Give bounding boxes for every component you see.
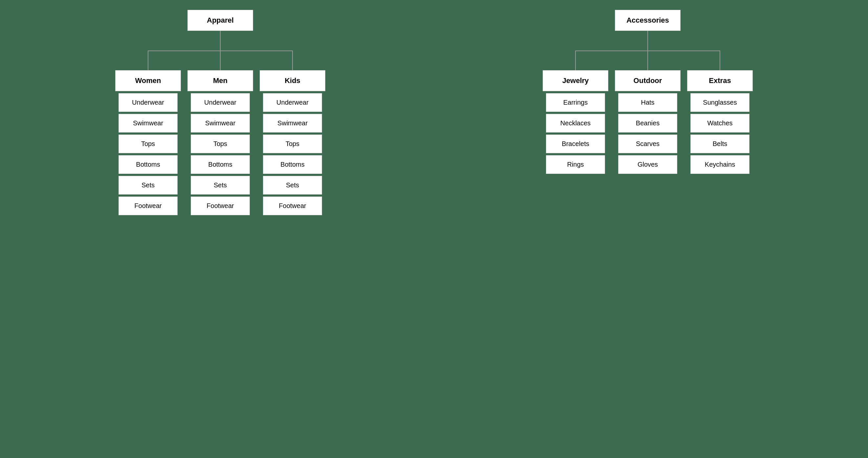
root-node: Accessories — [615, 10, 681, 31]
sub-items: SunglassesWatchesBeltsKeychains — [690, 93, 749, 174]
leaf-node-tops: Tops — [119, 134, 178, 153]
leaf-node-swimwear: Swimwear — [191, 114, 250, 133]
child-node-extras: Extras — [687, 70, 753, 91]
leaf-node-bottoms: Bottoms — [191, 155, 250, 174]
leaf-node-footwear: Footwear — [119, 197, 178, 215]
children-row: WomenUnderwearSwimwearTopsBottomsSetsFoo… — [112, 51, 329, 215]
leaf-node-underwear: Underwear — [119, 93, 178, 112]
connector-vertical — [647, 31, 648, 51]
leaf-node-bottoms: Bottoms — [119, 155, 178, 174]
child-node-kids: Kids — [260, 70, 326, 91]
connector-vertical — [220, 31, 221, 51]
leaf-node-sets: Sets — [119, 176, 178, 195]
branch-connector — [575, 51, 576, 70]
leaf-node-bottoms: Bottoms — [263, 155, 322, 174]
leaf-node-underwear: Underwear — [263, 93, 322, 112]
branch-connector — [148, 51, 148, 70]
tree-accessories: AccessoriesJewelryEarringsNecklacesBrace… — [539, 10, 756, 174]
leaf-node-hats: Hats — [618, 93, 677, 112]
children-wrapper: JewelryEarringsNecklacesBraceletsRingsOu… — [539, 51, 756, 174]
branch-connector — [292, 51, 293, 70]
leaf-node-gloves: Gloves — [618, 155, 677, 174]
tree-apparel: ApparelWomenUnderwearSwimwearTopsBottoms… — [112, 10, 329, 215]
leaf-node-earrings: Earrings — [546, 93, 605, 112]
child-node-women: Women — [115, 70, 181, 91]
leaf-node-tops: Tops — [191, 134, 250, 153]
leaf-node-sets: Sets — [263, 176, 322, 195]
leaf-node-footwear: Footwear — [263, 197, 322, 215]
leaf-node-sunglasses: Sunglasses — [690, 93, 749, 112]
sub-items: UnderwearSwimwearTopsBottomsSetsFootwear — [191, 93, 250, 215]
branch-outdoor: OutdoorHatsBeaniesScarvesGloves — [615, 51, 681, 174]
horizontal-connector — [576, 51, 720, 51]
branch-connector — [220, 51, 221, 70]
branch-women: WomenUnderwearSwimwearTopsBottomsSetsFoo… — [115, 51, 181, 215]
children-row: JewelryEarringsNecklacesBraceletsRingsOu… — [539, 51, 756, 174]
sub-items: UnderwearSwimwearTopsBottomsSetsFootwear — [263, 93, 322, 215]
sub-items: UnderwearSwimwearTopsBottomsSetsFootwear — [119, 93, 178, 215]
leaf-node-necklaces: Necklaces — [546, 114, 605, 133]
sub-items: HatsBeaniesScarvesGloves — [618, 93, 677, 174]
leaf-node-underwear: Underwear — [191, 93, 250, 112]
diagram: ApparelWomenUnderwearSwimwearTopsBottoms… — [6, 6, 862, 219]
branch-connector — [720, 51, 720, 70]
leaf-node-beanies: Beanies — [618, 114, 677, 133]
leaf-node-belts: Belts — [690, 134, 749, 153]
leaf-node-sets: Sets — [191, 176, 250, 195]
branch-men: MenUnderwearSwimwearTopsBottomsSetsFootw… — [187, 51, 253, 215]
leaf-node-swimwear: Swimwear — [263, 114, 322, 133]
leaf-node-footwear: Footwear — [191, 197, 250, 215]
child-node-men: Men — [187, 70, 253, 91]
child-node-jewelry: Jewelry — [542, 70, 608, 91]
leaf-node-rings: Rings — [546, 155, 605, 174]
horizontal-connector — [148, 51, 292, 51]
branch-jewelry: JewelryEarringsNecklacesBraceletsRings — [542, 51, 608, 174]
leaf-node-tops: Tops — [263, 134, 322, 153]
leaf-node-scarves: Scarves — [618, 134, 677, 153]
leaf-node-watches: Watches — [690, 114, 749, 133]
child-node-outdoor: Outdoor — [615, 70, 681, 91]
leaf-node-bracelets: Bracelets — [546, 134, 605, 153]
children-wrapper: WomenUnderwearSwimwearTopsBottomsSetsFoo… — [112, 51, 329, 215]
sub-items: EarringsNecklacesBraceletsRings — [546, 93, 605, 174]
branch-kids: KidsUnderwearSwimwearTopsBottomsSetsFoot… — [260, 51, 326, 215]
leaf-node-keychains: Keychains — [690, 155, 749, 174]
branch-connector — [647, 51, 648, 70]
leaf-node-swimwear: Swimwear — [119, 114, 178, 133]
root-node: Apparel — [187, 10, 253, 31]
branch-extras: ExtrasSunglassesWatchesBeltsKeychains — [687, 51, 753, 174]
